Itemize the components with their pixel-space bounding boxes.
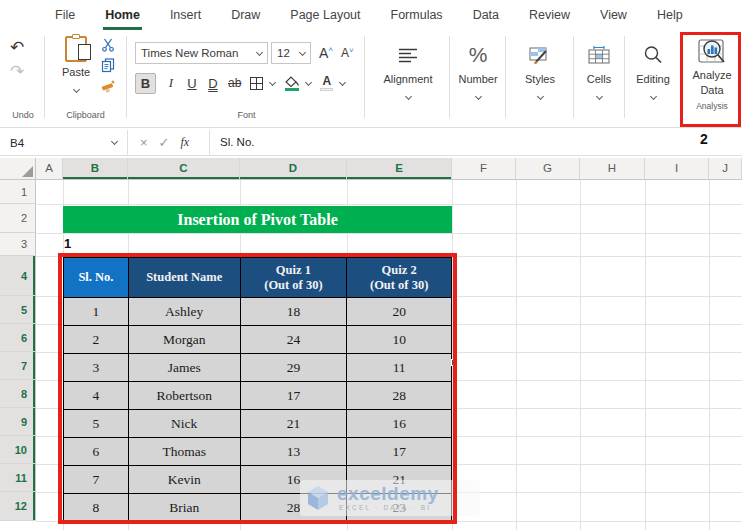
- enter-icon[interactable]: ✓: [159, 135, 170, 150]
- styles-group-button[interactable]: Styles: [509, 30, 571, 128]
- tab-formulas[interactable]: Formulas: [376, 0, 458, 30]
- tab-data[interactable]: Data: [458, 0, 514, 30]
- font-name-select[interactable]: Times New Roman: [135, 42, 268, 64]
- tab-file[interactable]: File: [40, 0, 90, 30]
- table-cell[interactable]: 21: [241, 410, 348, 438]
- copy-icon[interactable]: [101, 58, 115, 73]
- table-cell[interactable]: Ashley: [129, 298, 241, 326]
- table-cell[interactable]: 29: [241, 354, 348, 382]
- increase-font-size-button[interactable]: A˄: [319, 45, 333, 61]
- fill-color-button[interactable]: [284, 76, 311, 91]
- column-header-i[interactable]: I: [645, 158, 709, 180]
- row-header-4[interactable]: 4: [0, 256, 36, 296]
- borders-button[interactable]: [250, 77, 275, 90]
- tab-draw[interactable]: Draw: [216, 0, 275, 30]
- header-cell-student-name[interactable]: Student Name: [129, 258, 241, 298]
- row-header-12[interactable]: 12: [0, 492, 36, 521]
- number-group-button[interactable]: % Number: [453, 30, 503, 128]
- tab-view[interactable]: View: [585, 0, 642, 30]
- format-painter-icon[interactable]: [100, 79, 115, 93]
- row-header-2[interactable]: 2: [0, 204, 36, 233]
- table-cell[interactable]: Nick: [129, 410, 241, 438]
- table-cell[interactable]: 17: [241, 382, 348, 410]
- row-header-3[interactable]: 3: [0, 233, 36, 256]
- tab-home[interactable]: Home: [90, 0, 155, 30]
- row-header-8[interactable]: 8: [0, 380, 36, 408]
- cut-icon[interactable]: [101, 38, 115, 52]
- cancel-icon[interactable]: ×: [140, 135, 148, 150]
- column-header-c[interactable]: C: [128, 158, 240, 180]
- table-cell[interactable]: 13: [241, 438, 348, 466]
- table-cell[interactable]: 8: [64, 494, 129, 522]
- tab-page-layout[interactable]: Page Layout: [275, 0, 375, 30]
- tab-help[interactable]: Help: [642, 0, 698, 30]
- table-cell[interactable]: James: [129, 354, 241, 382]
- editing-group-button[interactable]: Editing: [627, 30, 679, 128]
- table-cell[interactable]: Thomas: [129, 438, 241, 466]
- column-header-j[interactable]: J: [709, 158, 742, 180]
- column-header-a[interactable]: A: [36, 158, 63, 180]
- row-header-5[interactable]: 5: [0, 296, 36, 324]
- table-cell[interactable]: 3: [64, 354, 129, 382]
- paste-button[interactable]: Paste: [56, 36, 96, 96]
- table-cell[interactable]: 17: [347, 438, 452, 466]
- header-cell-quiz-2[interactable]: Quiz 2(Out of 30): [347, 258, 452, 298]
- row-header-1[interactable]: 1: [0, 180, 36, 204]
- table-cell[interactable]: 7: [64, 466, 129, 494]
- row-header-9[interactable]: 9: [0, 408, 36, 436]
- table-cell[interactable]: Robertson: [129, 382, 241, 410]
- table-cell[interactable]: 1: [64, 298, 129, 326]
- undo-icon[interactable]: ↶: [10, 38, 24, 58]
- analyze-data-button[interactable]: Analyze Data Analysis: [684, 30, 740, 128]
- table-cell[interactable]: 10: [347, 326, 452, 354]
- select-all-corner[interactable]: [0, 158, 36, 180]
- title-banner[interactable]: Insertion of Pivot Table: [63, 206, 452, 233]
- decrease-font-size-button[interactable]: A˅: [341, 46, 354, 60]
- formula-bar-value[interactable]: Sl. No.: [220, 130, 255, 155]
- redo-icon[interactable]: ↷: [10, 62, 24, 82]
- font-group-label: Font: [131, 110, 362, 120]
- bold-button[interactable]: B: [135, 73, 156, 94]
- table-cell[interactable]: Brian: [129, 494, 241, 522]
- italic-button[interactable]: I: [165, 75, 177, 91]
- insert-function-icon[interactable]: fx: [181, 135, 190, 150]
- table-cell[interactable]: 24: [241, 326, 348, 354]
- row-header-11[interactable]: 11: [0, 464, 36, 492]
- column-header-f[interactable]: F: [452, 158, 516, 180]
- paste-clipboard-icon: [65, 36, 87, 62]
- strikethrough-button[interactable]: ab: [228, 76, 241, 90]
- font-color-button[interactable]: A: [320, 76, 345, 91]
- selection-fill-handle[interactable]: [451, 359, 458, 366]
- underline-button[interactable]: U: [186, 76, 198, 91]
- row-header-6[interactable]: 6: [0, 324, 36, 352]
- table-cell[interactable]: Kevin: [129, 466, 241, 494]
- tab-review[interactable]: Review: [514, 0, 585, 30]
- name-box[interactable]: B4: [0, 130, 128, 155]
- row-header-7[interactable]: 7: [0, 352, 36, 380]
- table-cell[interactable]: 5: [64, 410, 129, 438]
- table-cell[interactable]: 28: [347, 382, 452, 410]
- table-row: 4 Robertson 17 28: [64, 382, 452, 410]
- table-cell[interactable]: 18: [241, 298, 348, 326]
- table-cell[interactable]: 4: [64, 382, 129, 410]
- column-header-b[interactable]: B: [63, 158, 128, 180]
- table-cell[interactable]: 16: [347, 410, 452, 438]
- alignment-group-button[interactable]: Alignment: [369, 30, 447, 128]
- column-header-d[interactable]: D: [240, 158, 347, 180]
- column-header-e[interactable]: E: [347, 158, 452, 180]
- row-header-10[interactable]: 10: [0, 436, 36, 464]
- table-cell[interactable]: 2: [64, 326, 129, 354]
- double-underline-button[interactable]: D: [207, 76, 219, 91]
- column-header-h[interactable]: H: [580, 158, 645, 180]
- chevron-down-icon: [536, 93, 543, 100]
- table-cell[interactable]: 6: [64, 438, 129, 466]
- table-cell[interactable]: 11: [347, 354, 452, 382]
- column-header-g[interactable]: G: [516, 158, 580, 180]
- table-cell[interactable]: 20: [347, 298, 452, 326]
- cells-group-button[interactable]: Cells: [576, 30, 622, 128]
- font-size-select[interactable]: 12: [271, 42, 311, 64]
- table-cell[interactable]: Morgan: [129, 326, 241, 354]
- header-cell-quiz-1[interactable]: Quiz 1(Out of 30): [241, 258, 348, 298]
- tab-insert[interactable]: Insert: [155, 0, 216, 30]
- header-cell-sl-no[interactable]: Sl. No.: [64, 258, 129, 298]
